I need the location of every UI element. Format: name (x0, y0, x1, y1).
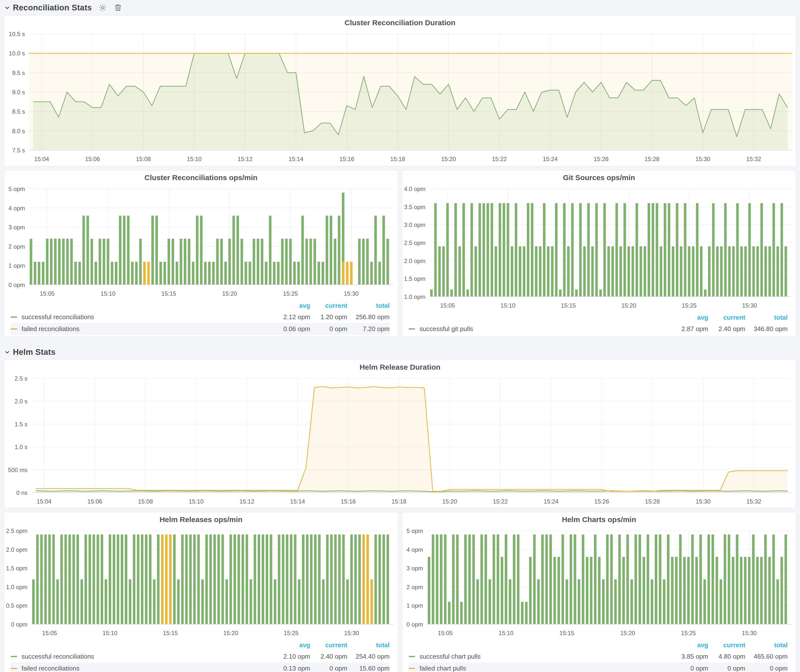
svg-text:8.5 s: 8.5 s (12, 108, 25, 115)
series-total: 7.20 opm (347, 325, 390, 333)
section-header-reconciliation-stats[interactable]: Reconciliation Stats (4, 0, 796, 15)
svg-text:15:12: 15:12 (240, 498, 254, 505)
series-current: 1.20 opm (310, 313, 347, 321)
legend-col-current[interactable]: current (708, 314, 745, 322)
legend-col-avg[interactable]: avg (261, 641, 310, 649)
gear-icon[interactable] (98, 3, 107, 12)
legend-col-total[interactable]: total (347, 302, 390, 310)
svg-text:3.5 opm: 3.5 opm (404, 204, 426, 210)
legend: avg current total successful reconciliat… (4, 299, 398, 337)
series-name[interactable]: failed reconciliations (21, 665, 261, 672)
legend-row: successful chart pulls 3.85 opm 4.80 opm… (409, 650, 788, 662)
svg-text:15:05: 15:05 (40, 290, 55, 297)
svg-text:15:22: 15:22 (492, 156, 507, 162)
section-header-helm-stats[interactable]: Helm Stats (4, 344, 796, 360)
svg-text:15:25: 15:25 (284, 630, 299, 636)
series-name[interactable]: failed chart pulls (419, 665, 659, 672)
svg-text:15:15: 15:15 (163, 630, 178, 636)
svg-text:10.5 s: 10.5 s (9, 31, 25, 37)
svg-text:2 opm: 2 opm (8, 243, 25, 250)
svg-text:3 opm: 3 opm (8, 224, 25, 230)
legend-col-current[interactable]: current (310, 641, 347, 649)
panel-row: Helm Releases ops/min 2.5 opm2.0 opm1.5 … (4, 512, 796, 672)
legend-col-avg[interactable]: avg (659, 314, 708, 322)
svg-text:15:30: 15:30 (344, 630, 359, 636)
panel-title[interactable]: Git Sources ops/min (402, 170, 796, 185)
svg-text:15:15: 15:15 (559, 630, 574, 636)
svg-text:2.5 s: 2.5 s (14, 375, 27, 382)
section-title: Reconciliation Stats (13, 3, 92, 12)
legend: avg current total successful chart pulls… (402, 638, 796, 672)
panel-title[interactable]: Helm Release Duration (4, 360, 796, 374)
helm-charts-ops-chart[interactable]: 5 opm4 opm3 opm2 opm1 opm0 opm15:0515:10… (402, 527, 796, 638)
legend-col-total[interactable]: total (745, 641, 788, 649)
chevron-down-icon (4, 349, 10, 355)
panel-title[interactable]: Helm Releases ops/min (4, 512, 398, 527)
svg-text:15:10: 15:10 (102, 630, 117, 636)
series-name[interactable]: successful reconciliations (21, 313, 261, 321)
svg-text:3 opm: 3 opm (406, 565, 423, 571)
svg-text:15:30: 15:30 (742, 302, 757, 309)
dashboard-page: Reconciliation Stats Cluster Reconciliat… (0, 0, 800, 672)
svg-text:15:22: 15:22 (493, 498, 508, 505)
git-sources-ops-chart[interactable]: 4.0 opm3.5 opm3.0 opm2.5 opm2.0 opm1.5 o… (402, 185, 796, 311)
svg-text:15:26: 15:26 (594, 498, 609, 505)
svg-text:15:25: 15:25 (682, 302, 697, 309)
series-avg: 2.12 opm (261, 313, 310, 321)
series-name[interactable]: successful chart pulls (419, 653, 659, 660)
legend-col-total[interactable]: total (745, 314, 788, 322)
series-total: 254.40 opm (347, 653, 390, 660)
helm-releases-ops-chart[interactable]: 2.5 opm2.0 opm1.5 opm1.0 opm0.5 opm0 opm… (4, 527, 398, 638)
legend-row: failed reconciliations 0.13 opm 0 opm 15… (11, 662, 390, 672)
svg-text:15:24: 15:24 (544, 498, 558, 505)
series-name[interactable]: failed reconciliations (21, 325, 261, 333)
svg-text:4 opm: 4 opm (8, 205, 25, 211)
svg-text:15:05: 15:05 (438, 630, 453, 636)
svg-text:1.5 opm: 1.5 opm (404, 275, 426, 282)
legend-col-avg[interactable]: avg (659, 641, 708, 649)
svg-text:15:25: 15:25 (681, 630, 696, 636)
svg-text:15:05: 15:05 (42, 630, 57, 636)
legend-col-avg[interactable]: avg (261, 302, 310, 310)
svg-text:15:05: 15:05 (440, 302, 455, 309)
svg-text:15:30: 15:30 (344, 290, 359, 297)
svg-text:15:10: 15:10 (501, 302, 515, 309)
svg-text:2.0 s: 2.0 s (14, 398, 27, 405)
trash-icon[interactable] (114, 3, 122, 12)
svg-text:15:30: 15:30 (696, 498, 710, 505)
svg-text:1.0 s: 1.0 s (14, 444, 27, 450)
panel-cluster-reconciliation-duration: Cluster Reconciliation Duration 10.5 s10… (4, 15, 796, 166)
svg-text:15:14: 15:14 (290, 498, 305, 505)
series-marker (409, 656, 415, 657)
legend-col-current[interactable]: current (310, 302, 347, 310)
svg-text:15:12: 15:12 (238, 156, 253, 162)
svg-text:15:04: 15:04 (34, 156, 49, 162)
helm-release-duration-chart[interactable]: 2.5 s2.0 s1.5 s1.0 s500 ms0 ns15:0415:06… (4, 374, 796, 508)
svg-text:15:20: 15:20 (441, 156, 456, 162)
series-name[interactable]: successful reconciliations (21, 653, 261, 660)
svg-text:0.5 opm: 0.5 opm (6, 602, 27, 609)
panel-title[interactable]: Helm Charts ops/min (402, 512, 796, 527)
svg-text:15:06: 15:06 (85, 156, 100, 162)
legend-col-current[interactable]: current (708, 641, 745, 649)
cluster-reconciliation-duration-chart[interactable]: 10.5 s10.0 s9.5 s9.0 s8.5 s8.0 s7.5 s15:… (4, 30, 796, 166)
panel-helm-release-duration: Helm Release Duration 2.5 s2.0 s1.5 s1.0… (4, 360, 796, 508)
svg-text:500 ms: 500 ms (8, 467, 27, 473)
svg-text:15:28: 15:28 (645, 156, 659, 162)
series-name[interactable]: successful git pulls (419, 325, 659, 333)
svg-text:1 opm: 1 opm (406, 602, 423, 609)
panel-helm-releases-ops: Helm Releases ops/min 2.5 opm2.0 opm1.5 … (4, 512, 398, 672)
series-marker (11, 328, 17, 330)
panel-title[interactable]: Cluster Reconciliations ops/min (4, 170, 398, 185)
series-marker (409, 668, 415, 669)
cluster-reconciliations-ops-chart[interactable]: 5 opm4 opm3 opm2 opm1 opm0 opm15:0515:10… (4, 185, 398, 299)
svg-text:15:25: 15:25 (283, 290, 298, 297)
series-avg: 2.10 opm (261, 653, 310, 660)
chevron-down-icon (4, 5, 10, 11)
svg-text:0 ns: 0 ns (16, 490, 27, 496)
series-marker (11, 668, 17, 669)
legend-col-total[interactable]: total (347, 641, 390, 649)
svg-text:2.0 opm: 2.0 opm (6, 546, 27, 553)
panel-title[interactable]: Cluster Reconciliation Duration (4, 16, 796, 30)
svg-text:5 opm: 5 opm (406, 528, 423, 534)
